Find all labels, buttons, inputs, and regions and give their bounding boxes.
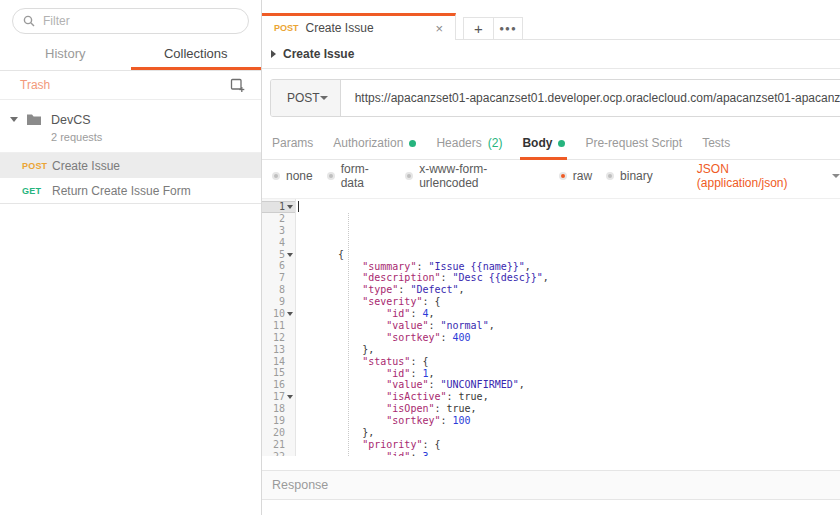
code-line[interactable]: "severity": { — [302, 296, 840, 308]
gutter-line: 6 — [262, 260, 295, 272]
line-number: 19 — [273, 415, 285, 427]
content-type-select[interactable]: JSON (application/json) — [697, 162, 840, 190]
fold-spacer — [285, 237, 295, 249]
gutter-line: 22 — [262, 451, 295, 456]
tab-body[interactable]: Body — [522, 127, 565, 159]
fold-spacer — [285, 427, 295, 439]
radio-icon[interactable] — [405, 172, 413, 180]
tab-params[interactable]: Params — [272, 127, 313, 159]
tab-options-button[interactable]: ●●● — [493, 18, 522, 39]
fold-spacer — [285, 344, 295, 356]
body-editor[interactable]: 12345678910111213141516171819202122 { "s… — [262, 198, 840, 456]
line-number: 13 — [273, 344, 285, 356]
gutter-line: 11 — [262, 320, 295, 332]
tab-headers[interactable]: Headers (2) — [436, 127, 502, 159]
main-panel: POST Create Issue × + ●●● Create Issue P… — [262, 0, 840, 515]
mode-form-data[interactable]: form-data — [327, 162, 392, 190]
code-line[interactable]: "id": 1, — [302, 368, 840, 380]
tab-collections[interactable]: Collections — [131, 40, 262, 70]
request-item-return-create-issue-form[interactable]: GET Return Create Issue Form — [0, 178, 261, 203]
content-type-value: JSON (application/json) — [697, 162, 821, 190]
tab-tests[interactable]: Tests — [702, 127, 730, 159]
mode-label: binary — [620, 169, 653, 183]
gutter-line: 8 — [262, 284, 295, 296]
fold-spacer — [285, 356, 295, 368]
request-config-tabs: Params Authorization Headers (2) Body Pr… — [262, 127, 840, 160]
code-line[interactable]: "value": "UNCONFIRMED", — [302, 379, 840, 391]
gutter-line: 7 — [262, 272, 295, 284]
code-line[interactable]: "sortkey": 400 — [302, 332, 840, 344]
close-tab-icon[interactable]: × — [433, 21, 445, 36]
request-section-header[interactable]: Create Issue — [262, 40, 840, 69]
code-line[interactable]: "isOpen": true, — [302, 403, 840, 415]
request-item-create-issue[interactable]: POST Create Issue — [0, 153, 261, 178]
line-number: 10 — [273, 308, 285, 320]
tab-history[interactable]: History — [0, 40, 131, 70]
radio-icon[interactable] — [327, 172, 335, 180]
fold-caret-icon[interactable] — [285, 249, 295, 261]
code-line[interactable]: "id": 3, — [302, 451, 840, 456]
line-number: 20 — [273, 427, 285, 439]
fold-spacer — [285, 213, 295, 225]
text-cursor — [298, 201, 299, 212]
radio-icon[interactable] — [272, 172, 280, 180]
mode-x-www-form-urlencoded[interactable]: x-www-form-urlencoded — [405, 162, 545, 190]
code-line[interactable]: "status": { — [302, 356, 840, 368]
line-number: 17 — [273, 391, 285, 403]
code-line[interactable]: { — [302, 249, 840, 261]
fold-caret-icon[interactable] — [285, 308, 295, 320]
radio-icon[interactable] — [606, 172, 614, 180]
radio-selected-icon[interactable] — [559, 172, 567, 180]
chevron-down-icon — [832, 174, 840, 178]
tab-label: Pre-request Script — [585, 136, 682, 150]
filter-box — [12, 8, 249, 34]
editor-gutter: 12345678910111213141516171819202122 — [262, 199, 296, 456]
mode-raw[interactable]: raw — [559, 169, 592, 183]
tab-label: Params — [272, 136, 313, 150]
editor-code[interactable]: { "summary": "Issue {{name}}", "descript… — [296, 199, 840, 456]
open-tab-create-issue[interactable]: POST Create Issue × — [262, 13, 456, 40]
body-mode-row: none form-data x-www-form-urlencoded raw… — [262, 160, 840, 192]
new-collection-icon[interactable] — [230, 78, 245, 93]
url-input[interactable]: https://apacanzset01-apacanzset01.develo… — [341, 80, 840, 116]
code-line[interactable]: }, — [302, 427, 840, 439]
mode-none[interactable]: none — [272, 169, 313, 183]
fold-caret-icon[interactable] — [285, 391, 295, 403]
code-line[interactable]: "isActive": true, — [302, 391, 840, 403]
request-tabstrip: POST Create Issue × + ●●● — [262, 0, 840, 40]
code-line[interactable]: "description": "Desc {{desc}}", — [302, 272, 840, 284]
new-tab-button[interactable]: + — [464, 18, 493, 39]
code-line[interactable]: "summary": "Issue {{name}}", — [302, 261, 840, 273]
mode-binary[interactable]: binary — [606, 169, 653, 183]
line-number: 12 — [273, 332, 285, 344]
response-title: Response — [272, 478, 328, 492]
gutter-line: 10 — [262, 308, 295, 320]
code-line[interactable]: "priority": { — [302, 439, 840, 451]
spacer — [262, 456, 840, 470]
code-line[interactable]: "type": "Defect", — [302, 284, 840, 296]
collection-devcs[interactable]: DevCS 2 requests — [0, 100, 261, 152]
tab-buttons: + ●●● — [463, 17, 523, 39]
trash-link[interactable]: Trash — [20, 78, 230, 92]
fold-spacer — [285, 320, 295, 332]
tab-label: Headers — [436, 136, 481, 150]
collection-request-count: 2 requests — [51, 131, 102, 143]
code-line[interactable]: "value": "normal", — [302, 320, 840, 332]
collapse-caret-icon[interactable] — [271, 50, 276, 58]
code-line[interactable]: "sortkey": 100 — [302, 415, 840, 427]
method-select[interactable]: POST — [271, 80, 341, 116]
code-line[interactable]: }, — [302, 344, 840, 356]
filter-input[interactable] — [43, 14, 238, 28]
url-row: POST https://apacanzset01-apacanzset01.d… — [262, 69, 840, 127]
code-line[interactable]: "id": 4, — [302, 308, 840, 320]
tab-label: Authorization — [333, 136, 403, 150]
collection-expand-icon[interactable] — [10, 117, 18, 122]
gutter-line: 21 — [262, 439, 295, 451]
method-select-value: POST — [287, 91, 320, 105]
gutter-line: 4 — [262, 237, 295, 249]
tab-authorization[interactable]: Authorization — [333, 127, 416, 159]
tab-pre-request-script[interactable]: Pre-request Script — [585, 127, 682, 159]
postman-app: History Collections Trash DevCS 2 reques… — [0, 0, 840, 515]
fold-caret-icon[interactable] — [285, 202, 295, 212]
line-number: 22 — [273, 451, 285, 456]
